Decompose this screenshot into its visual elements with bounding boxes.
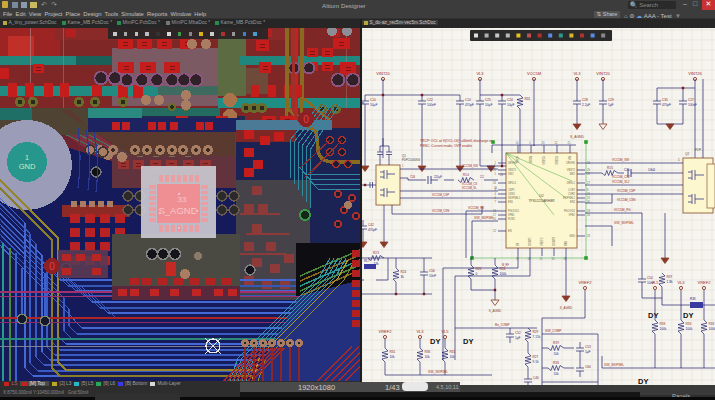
svg-text:EN2: EN2 — [570, 200, 576, 204]
svg-text:VCC5M_CS2: VCC5M_CS2 — [612, 175, 630, 179]
svg-text:R14: R14 — [463, 173, 469, 177]
svg-text:DRVH1: DRVH1 — [508, 161, 517, 165]
svg-text:GND: GND — [569, 234, 575, 238]
svg-text:SW1: SW1 — [508, 172, 514, 176]
svg-text:VL3: VL3 — [677, 280, 685, 285]
svg-text:C14: C14 — [465, 98, 471, 102]
svg-text:Q2: Q2 — [685, 152, 689, 156]
svg-text:SKIPSEL2: SKIPSEL2 — [563, 196, 576, 200]
svg-text:EN1: EN1 — [508, 200, 514, 204]
svg-text:VFB2: VFB2 — [569, 213, 576, 217]
svg-text:0: 0 — [303, 114, 309, 125]
svg-text:VIN: VIN — [568, 156, 572, 160]
svg-text:VCC5M_SW: VCC5M_SW — [462, 164, 478, 168]
svg-text:DRVH2: DRVH2 — [566, 161, 575, 165]
svg-text:RF: RF — [516, 242, 520, 246]
svg-text:VREF2: VREF2 — [698, 280, 712, 285]
svg-text:R33: R33 — [686, 322, 692, 326]
svg-text:VREG3: VREG3 — [555, 155, 559, 164]
svg-text:C52: C52 — [515, 331, 521, 335]
svg-text:CSN1: CSN1 — [508, 192, 515, 196]
svg-text:VBST1: VBST1 — [508, 168, 517, 172]
svg-text:VCC5M_CSP: VCC5M_CSP — [432, 193, 449, 197]
svg-text:100k: 100k — [660, 327, 667, 331]
svg-text:VCC5M_CSN: VCC5M_CSN — [432, 209, 449, 213]
svg-text:R38: R38 — [690, 297, 696, 301]
svg-text:VINT26: VINT26 — [688, 71, 702, 76]
svg-text:VFB1: VFB1 — [508, 213, 515, 217]
svg-text:470pF: 470pF — [662, 103, 671, 107]
svg-text:VREF2: VREF2 — [379, 329, 393, 334]
svg-text:DY: DY — [463, 337, 473, 346]
svg-text:S/W_COMP: S/W_COMP — [545, 329, 561, 333]
svg-text:470pF: 470pF — [368, 228, 377, 232]
svg-text:R36: R36 — [553, 361, 559, 365]
svg-text:PGOOD2: PGOOD2 — [564, 209, 576, 213]
svg-text:R27: R27 — [533, 355, 539, 359]
svg-text:VL5: VL5 — [441, 329, 449, 334]
svg-text:C25: C25 — [624, 168, 630, 172]
svg-text:10kΩ: 10kΩ — [648, 168, 656, 172]
svg-text:VCC5M: VCC5M — [527, 71, 541, 76]
svg-text:C34: C34 — [410, 175, 416, 179]
svg-text:R26: R26 — [476, 267, 482, 271]
svg-text:C42: C42 — [368, 223, 374, 227]
svg-text:SKIPSEL1: SKIPSEL1 — [508, 196, 521, 200]
svg-text:S/W_SKIPSEL: S/W_SKIPSEL — [614, 221, 634, 225]
svg-text:C53: C53 — [585, 345, 591, 349]
svg-text:VL5: VL5 — [651, 280, 659, 285]
svg-text:10k: 10k — [450, 355, 456, 359]
svg-text:S/W_SKIPSEL: S/W_SKIPSEL — [474, 216, 494, 220]
svg-text:GND: GND — [19, 162, 36, 171]
svg-text:FDP...: FDP... — [695, 148, 703, 152]
svg-text:VINT20: VINT20 — [596, 71, 610, 76]
svg-text:2.2μF: 2.2μF — [582, 103, 590, 107]
svg-text:9.1k: 9.1k — [533, 360, 539, 364]
svg-text:RL7: RL7 — [364, 259, 370, 263]
svg-text:220μF: 220μF — [434, 175, 442, 179]
svg-text:S_AGND: S_AGND — [158, 205, 197, 216]
svg-text:R31: R31 — [525, 97, 531, 101]
svg-text:COF2: COF2 — [568, 188, 575, 192]
svg-text:R23: R23 — [373, 251, 379, 255]
svg-text:DY: DY — [430, 337, 440, 346]
svg-text:TPS51220ARHBR: TPS51220ARHBR — [528, 199, 555, 203]
svg-text:TRCP: OCL at V(OCL-LV)~=60mV,: TRCP: OCL at V(OCL-LV)~=60mV, discharge … — [420, 139, 494, 143]
svg-text:R33: R33 — [660, 322, 666, 326]
svg-text:1: 1 — [25, 154, 29, 161]
svg-text:CSP1: CSP1 — [508, 188, 515, 192]
svg-text:1μF: 1μF — [585, 350, 591, 354]
svg-text:10nF: 10nF — [429, 274, 436, 278]
svg-text:R39: R39 — [553, 341, 559, 345]
svg-text:VREF2: VREF2 — [579, 280, 593, 285]
svg-text:10k: 10k — [553, 372, 559, 376]
svg-text:0: 0 — [476, 272, 478, 276]
svg-text:1μF: 1μF — [608, 103, 614, 107]
svg-text:VL3: VL3 — [573, 71, 581, 76]
svg-text:VREG5: VREG5 — [542, 155, 546, 164]
svg-text:VCC5M_CSN: VCC5M_CSN — [617, 198, 636, 202]
svg-text:C28: C28 — [582, 98, 588, 102]
svg-text:S_AGND: S_AGND — [489, 309, 502, 313]
svg-text:S_AGND: S_AGND — [570, 135, 584, 139]
svg-text:VCC5M_CSP: VCC5M_CSP — [617, 189, 635, 193]
svg-text:COMP1: COMP1 — [528, 236, 532, 246]
svg-text:PGOOD1: PGOOD1 — [508, 209, 520, 213]
svg-text:VCC5M_SW: VCC5M_SW — [612, 158, 629, 162]
svg-text:C66: C66 — [585, 365, 591, 369]
svg-text:VCC5M_SL: VCC5M_SL — [462, 186, 477, 190]
svg-text:C46: C46 — [533, 376, 539, 380]
svg-text:DRVL1: DRVL1 — [508, 181, 517, 185]
svg-text:R29: R29 — [533, 330, 539, 334]
svg-text:2.2: 2.2 — [480, 175, 484, 179]
svg-text:R15: R15 — [607, 166, 613, 170]
svg-text:FUNC: FUNC — [508, 217, 515, 221]
svg-text:DY: DY — [648, 311, 658, 320]
svg-text:470pF: 470pF — [465, 103, 474, 107]
svg-text:C24: C24 — [507, 98, 513, 102]
svg-text:10k: 10k — [425, 355, 431, 359]
svg-text:VDDN: VDDN — [529, 156, 533, 163]
svg-text:S_AGND: S_AGND — [560, 306, 573, 310]
svg-text:10k: 10k — [553, 352, 559, 356]
svg-text:FDPC5030SG: FDPC5030SG — [402, 158, 420, 162]
